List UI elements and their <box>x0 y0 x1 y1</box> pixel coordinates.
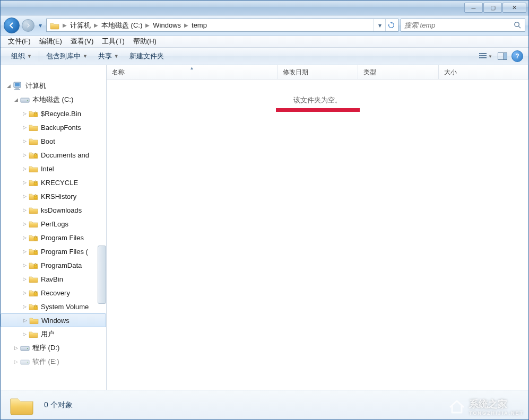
chevron-down-icon: ▼ <box>83 54 88 59</box>
tree-folder-ksdownloads[interactable]: ▷ksDownloads <box>1 203 106 217</box>
expand-icon[interactable]: ▷ <box>22 290 28 296</box>
tree-drive-e[interactable]: ▷软件 (E:) <box>1 355 106 369</box>
tree-folder-recovery[interactable]: ▷Recovery <box>1 286 106 300</box>
tree-folder-krshistory[interactable]: ▷KRSHistory <box>1 189 106 203</box>
menu-file[interactable]: 文件(F) <box>4 36 35 47</box>
expand-icon[interactable]: ▷ <box>13 359 19 365</box>
forward-button[interactable] <box>22 19 34 32</box>
history-dropdown[interactable]: ▾ <box>37 22 44 29</box>
breadcrumb-windows[interactable]: Windows <box>151 19 183 31</box>
expand-icon[interactable]: ▷ <box>22 235 28 241</box>
column-header-date[interactable]: 修改日期 <box>277 65 358 79</box>
expand-icon[interactable]: ▷ <box>22 318 28 323</box>
expand-icon[interactable]: ▷ <box>22 166 28 172</box>
expand-icon[interactable]: ▷ <box>22 249 28 255</box>
menu-view[interactable]: 查看(V) <box>66 36 98 47</box>
expand-icon[interactable]: ▷ <box>22 194 28 199</box>
view-mode-button[interactable]: ▼ <box>478 50 493 62</box>
tree-folder-perflogs[interactable]: ▷PerfLogs <box>1 217 106 231</box>
status-text: 0 个对象 <box>44 400 73 410</box>
annotation-underline <box>276 108 360 112</box>
expand-icon[interactable]: ▷ <box>22 111 28 117</box>
svg-rect-5 <box>479 57 481 58</box>
svg-rect-10 <box>15 83 20 86</box>
refresh-button[interactable] <box>385 19 397 31</box>
tree-folder--[interactable]: ▷用户 <box>1 327 106 341</box>
expand-icon[interactable]: ▷ <box>22 180 28 186</box>
tree-folder-program-files-[interactable]: ▷Program Files ( <box>1 244 106 258</box>
navigation-tree: ◢计算机◢本地磁盘 (C:)▷$Recycle.Bin▷BackupFonts▷… <box>1 65 107 390</box>
share-button[interactable]: 共享▼ <box>93 48 124 65</box>
tree-folder-boot[interactable]: ▷Boot <box>1 134 106 148</box>
maximize-icon: ▢ <box>490 4 496 11</box>
column-header-size[interactable]: 大小 <box>439 65 528 79</box>
expand-icon[interactable]: ▷ <box>22 125 28 130</box>
expand-icon[interactable]: ▷ <box>22 276 28 282</box>
content-area: ◢计算机◢本地磁盘 (C:)▷$Recycle.Bin▷BackupFonts▷… <box>1 65 528 390</box>
tree-folder-system-volume[interactable]: ▷System Volume <box>1 300 106 313</box>
titlebar: ─ ▢ ✕ <box>1 1 528 15</box>
new-folder-button[interactable]: 新建文件夹 <box>124 48 169 65</box>
tree-scrollbar[interactable] <box>98 246 106 304</box>
svg-point-14 <box>27 100 28 101</box>
tree-folder-windows[interactable]: ▷Windows <box>1 313 106 327</box>
explorer-window: ─ ▢ ✕ ▾ ▶ 计算机 ▶ 本地磁盘 (C:) ▶ Windows ▶ te… <box>0 0 529 420</box>
expand-icon[interactable]: ▷ <box>22 262 28 268</box>
breadcrumb-computer[interactable]: 计算机 <box>68 19 93 31</box>
tree-folder-program-files[interactable]: ▷Program Files <box>1 231 106 244</box>
expand-icon[interactable]: ▷ <box>22 138 28 144</box>
column-header-name[interactable]: 名称▲ <box>107 65 277 79</box>
chevron-down-icon: ▼ <box>114 54 119 59</box>
preview-pane-button[interactable] <box>495 50 510 62</box>
back-arrow-icon <box>8 22 15 29</box>
tree-drive-d[interactable]: ▷程序 (D:) <box>1 341 106 355</box>
include-in-library-button[interactable]: 包含到库中▼ <box>41 48 93 65</box>
expand-icon[interactable]: ▷ <box>22 207 28 213</box>
tree-folder-documents-and[interactable]: ▷Documents and <box>1 148 106 162</box>
menu-tools[interactable]: 工具(T) <box>98 36 129 47</box>
svg-rect-1 <box>479 53 481 54</box>
tree-folder-programdata[interactable]: ▷ProgramData <box>1 258 106 272</box>
column-header-row: 名称▲ 修改日期 类型 大小 <box>107 65 528 80</box>
tree-folder-ravbin[interactable]: ▷RavBin <box>1 272 106 286</box>
tree-folder-intel[interactable]: ▷Intel <box>1 162 106 176</box>
tree-folder-backupfonts[interactable]: ▷BackupFonts <box>1 120 106 134</box>
help-icon: ? <box>515 52 519 60</box>
chevron-right-icon: ▶ <box>183 22 189 28</box>
close-button[interactable]: ✕ <box>502 3 526 13</box>
chevron-right-icon: ▶ <box>62 22 68 28</box>
expand-icon[interactable]: ▷ <box>22 221 28 227</box>
tree-drive-c[interactable]: ◢本地磁盘 (C:) <box>1 93 106 107</box>
expand-icon[interactable]: ▷ <box>22 304 28 310</box>
collapse-icon[interactable]: ◢ <box>13 97 19 103</box>
breadcrumb-drive-c[interactable]: 本地磁盘 (C:) <box>99 19 144 31</box>
svg-rect-23 <box>34 307 37 309</box>
svg-rect-19 <box>34 238 37 240</box>
organize-button[interactable]: 组织▼ <box>6 48 37 65</box>
address-dropdown-button[interactable]: ▾ <box>374 19 385 31</box>
breadcrumb-temp[interactable]: temp <box>189 19 209 31</box>
tree-folder-krecycle[interactable]: ▷KRECYCLE <box>1 176 106 189</box>
chevron-right-icon: ▶ <box>93 22 99 28</box>
search-box[interactable] <box>401 19 525 32</box>
expand-icon[interactable]: ▷ <box>22 331 28 337</box>
search-input[interactable] <box>404 21 514 29</box>
expand-icon[interactable]: ▷ <box>22 152 28 158</box>
close-icon: ✕ <box>512 4 517 11</box>
address-bar[interactable]: ▶ 计算机 ▶ 本地磁盘 (C:) ▶ Windows ▶ temp ▾ <box>46 19 398 32</box>
menu-help[interactable]: 帮助(H) <box>129 36 161 47</box>
tree-folder--recycle-bin[interactable]: ▷$Recycle.Bin <box>1 107 106 120</box>
tree-computer[interactable]: ◢计算机 <box>1 79 106 93</box>
help-button[interactable]: ? <box>511 50 523 62</box>
maximize-button[interactable]: ▢ <box>483 3 502 13</box>
refresh-icon <box>388 22 395 29</box>
back-button[interactable] <box>4 18 20 33</box>
menu-edit[interactable]: 编辑(E) <box>35 36 66 47</box>
empty-folder-message: 该文件夹为空。 <box>107 95 528 105</box>
minimize-button[interactable]: ─ <box>464 3 483 13</box>
column-header-type[interactable]: 类型 <box>358 65 439 79</box>
svg-rect-8 <box>504 53 507 60</box>
collapse-icon[interactable]: ◢ <box>6 83 12 89</box>
svg-rect-3 <box>479 55 481 56</box>
expand-icon[interactable]: ▷ <box>13 345 19 351</box>
